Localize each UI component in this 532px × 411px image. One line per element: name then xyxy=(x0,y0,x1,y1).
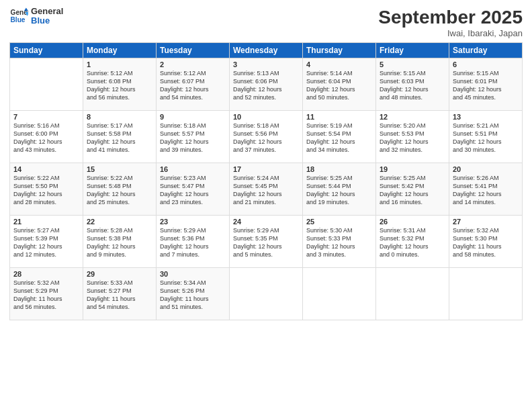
day-cell: 9Sunrise: 5:18 AMSunset: 5:57 PMDaylight… xyxy=(157,111,230,163)
day-info: Sunrise: 5:25 AMSunset: 5:44 PMDaylight:… xyxy=(306,174,372,207)
day-info: Sunrise: 5:13 AMSunset: 6:06 PMDaylight:… xyxy=(233,69,299,102)
day-number: 29 xyxy=(87,270,152,278)
weekday-header-tuesday: Tuesday xyxy=(157,43,230,58)
day-info: Sunrise: 5:22 AMSunset: 5:50 PMDaylight:… xyxy=(13,174,79,207)
day-cell: 8Sunrise: 5:17 AMSunset: 5:58 PMDaylight… xyxy=(83,111,157,163)
day-cell: 26Sunrise: 5:31 AMSunset: 5:32 PMDayligh… xyxy=(376,216,449,268)
day-number: 20 xyxy=(453,165,519,173)
day-number: 9 xyxy=(160,113,226,121)
day-info: Sunrise: 5:18 AMSunset: 5:56 PMDaylight:… xyxy=(233,122,299,154)
day-info: Sunrise: 5:32 AMSunset: 5:30 PMDaylight:… xyxy=(453,226,519,259)
weekday-header-wednesday: Wednesday xyxy=(230,43,303,58)
weekday-header-saturday: Saturday xyxy=(449,43,523,58)
week-row-5: 28Sunrise: 5:32 AMSunset: 5:29 PMDayligh… xyxy=(10,268,523,320)
day-cell: 14Sunrise: 5:22 AMSunset: 5:50 PMDayligh… xyxy=(10,163,83,216)
day-cell: 6Sunrise: 5:15 AMSunset: 6:01 PMDaylight… xyxy=(449,58,523,111)
day-cell: 29Sunrise: 5:33 AMSunset: 5:27 PMDayligh… xyxy=(83,268,157,320)
day-info: Sunrise: 5:17 AMSunset: 5:58 PMDaylight:… xyxy=(87,122,152,154)
day-cell: 17Sunrise: 5:24 AMSunset: 5:45 PMDayligh… xyxy=(230,163,303,216)
day-info: Sunrise: 5:22 AMSunset: 5:48 PMDaylight:… xyxy=(87,174,152,207)
day-number: 7 xyxy=(13,113,79,121)
day-info: Sunrise: 5:18 AMSunset: 5:57 PMDaylight:… xyxy=(160,122,226,154)
day-info: Sunrise: 5:32 AMSunset: 5:29 PMDaylight:… xyxy=(13,279,79,312)
day-info: Sunrise: 5:26 AMSunset: 5:41 PMDaylight:… xyxy=(453,174,519,207)
day-info: Sunrise: 5:12 AMSunset: 6:07 PMDaylight:… xyxy=(160,69,226,102)
day-cell: 11Sunrise: 5:19 AMSunset: 5:54 PMDayligh… xyxy=(303,111,376,163)
calendar-table: SundayMondayTuesdayWednesdayThursdayFrid… xyxy=(9,42,523,320)
day-info: Sunrise: 5:25 AMSunset: 5:42 PMDaylight:… xyxy=(380,174,445,207)
day-number: 17 xyxy=(233,165,299,173)
day-info: Sunrise: 5:24 AMSunset: 5:45 PMDaylight:… xyxy=(233,174,299,207)
day-cell: 13Sunrise: 5:21 AMSunset: 5:51 PMDayligh… xyxy=(449,111,523,163)
day-number: 24 xyxy=(233,218,299,226)
day-cell: 25Sunrise: 5:30 AMSunset: 5:33 PMDayligh… xyxy=(303,216,376,268)
day-info: Sunrise: 5:30 AMSunset: 5:33 PMDaylight:… xyxy=(306,226,372,259)
day-info: Sunrise: 5:31 AMSunset: 5:32 PMDaylight:… xyxy=(380,226,445,259)
weekday-header-sunday: Sunday xyxy=(10,43,83,58)
day-cell: 21Sunrise: 5:27 AMSunset: 5:39 PMDayligh… xyxy=(10,216,83,268)
day-cell: 19Sunrise: 5:25 AMSunset: 5:42 PMDayligh… xyxy=(376,163,449,216)
day-info: Sunrise: 5:15 AMSunset: 6:01 PMDaylight:… xyxy=(453,69,519,102)
day-cell: 28Sunrise: 5:32 AMSunset: 5:29 PMDayligh… xyxy=(10,268,83,320)
header: General Blue General Blue September 2025… xyxy=(9,7,523,38)
day-info: Sunrise: 5:29 AMSunset: 5:36 PMDaylight:… xyxy=(160,226,226,259)
day-info: Sunrise: 5:14 AMSunset: 6:04 PMDaylight:… xyxy=(306,69,372,102)
day-number: 21 xyxy=(13,218,79,226)
svg-text:Blue: Blue xyxy=(11,17,26,24)
day-number: 26 xyxy=(380,218,445,226)
day-cell: 23Sunrise: 5:29 AMSunset: 5:36 PMDayligh… xyxy=(157,216,230,268)
day-number: 22 xyxy=(87,218,152,226)
day-cell: 20Sunrise: 5:26 AMSunset: 5:41 PMDayligh… xyxy=(449,163,523,216)
day-number: 11 xyxy=(306,113,372,121)
day-number: 25 xyxy=(306,218,372,226)
day-number: 13 xyxy=(453,113,519,121)
day-cell: 7Sunrise: 5:16 AMSunset: 6:00 PMDaylight… xyxy=(10,111,83,163)
day-cell: 16Sunrise: 5:23 AMSunset: 5:47 PMDayligh… xyxy=(157,163,230,216)
day-cell xyxy=(10,58,83,111)
day-info: Sunrise: 5:28 AMSunset: 5:38 PMDaylight:… xyxy=(87,226,152,259)
day-number: 27 xyxy=(453,218,519,226)
day-number: 5 xyxy=(380,60,445,68)
day-cell: 24Sunrise: 5:29 AMSunset: 5:35 PMDayligh… xyxy=(230,216,303,268)
day-cell: 2Sunrise: 5:12 AMSunset: 6:07 PMDaylight… xyxy=(157,58,230,111)
day-number: 28 xyxy=(13,270,79,278)
calendar-page: General Blue General Blue September 2025… xyxy=(0,0,532,411)
day-info: Sunrise: 5:12 AMSunset: 6:08 PMDaylight:… xyxy=(87,69,152,102)
day-number: 19 xyxy=(380,165,445,173)
day-number: 1 xyxy=(87,60,152,68)
logo-icon: General Blue xyxy=(9,7,28,26)
day-info: Sunrise: 5:20 AMSunset: 5:53 PMDaylight:… xyxy=(380,122,445,154)
day-cell: 30Sunrise: 5:34 AMSunset: 5:26 PMDayligh… xyxy=(157,268,230,320)
week-row-4: 21Sunrise: 5:27 AMSunset: 5:39 PMDayligh… xyxy=(10,216,523,268)
day-number: 8 xyxy=(87,113,152,121)
day-number: 23 xyxy=(160,218,226,226)
day-cell: 1Sunrise: 5:12 AMSunset: 6:08 PMDaylight… xyxy=(83,58,157,111)
day-info: Sunrise: 5:33 AMSunset: 5:27 PMDaylight:… xyxy=(87,279,152,312)
day-cell: 15Sunrise: 5:22 AMSunset: 5:48 PMDayligh… xyxy=(83,163,157,216)
logo-general: General xyxy=(31,7,63,16)
week-row-3: 14Sunrise: 5:22 AMSunset: 5:50 PMDayligh… xyxy=(10,163,523,216)
day-cell xyxy=(230,268,303,320)
day-info: Sunrise: 5:29 AMSunset: 5:35 PMDaylight:… xyxy=(233,226,299,259)
day-number: 15 xyxy=(87,165,152,173)
day-number: 30 xyxy=(160,270,226,278)
day-cell: 5Sunrise: 5:15 AMSunset: 6:03 PMDaylight… xyxy=(376,58,449,111)
weekday-header-monday: Monday xyxy=(83,43,157,58)
day-info: Sunrise: 5:23 AMSunset: 5:47 PMDaylight:… xyxy=(160,174,226,207)
day-info: Sunrise: 5:16 AMSunset: 6:00 PMDaylight:… xyxy=(13,122,79,154)
day-cell: 4Sunrise: 5:14 AMSunset: 6:04 PMDaylight… xyxy=(303,58,376,111)
day-cell: 3Sunrise: 5:13 AMSunset: 6:06 PMDaylight… xyxy=(230,58,303,111)
day-number: 18 xyxy=(306,165,372,173)
day-info: Sunrise: 5:34 AMSunset: 5:26 PMDaylight:… xyxy=(160,279,226,312)
day-cell: 18Sunrise: 5:25 AMSunset: 5:44 PMDayligh… xyxy=(303,163,376,216)
location: Iwai, Ibaraki, Japan xyxy=(378,28,523,38)
day-number: 16 xyxy=(160,165,226,173)
day-number: 3 xyxy=(233,60,299,68)
day-number: 12 xyxy=(380,113,445,121)
day-number: 14 xyxy=(13,165,79,173)
logo-blue: Blue xyxy=(31,16,63,26)
day-cell xyxy=(376,268,449,320)
day-cell xyxy=(449,268,523,320)
day-info: Sunrise: 5:15 AMSunset: 6:03 PMDaylight:… xyxy=(380,69,445,102)
day-cell: 12Sunrise: 5:20 AMSunset: 5:53 PMDayligh… xyxy=(376,111,449,163)
